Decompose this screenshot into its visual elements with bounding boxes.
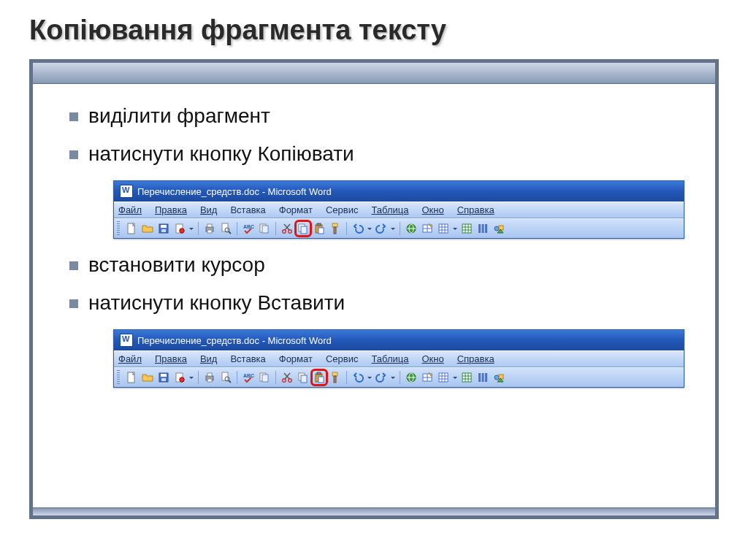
toolbar-separator [237, 222, 237, 235]
copy-icon[interactable] [296, 221, 310, 236]
save-icon[interactable] [156, 370, 171, 385]
menu-help[interactable]: Справка [457, 353, 495, 364]
dropdown-arrow-icon[interactable] [452, 370, 458, 385]
cut-icon[interactable] [280, 370, 294, 385]
svg-rect-85 [462, 373, 471, 382]
toolbar-separator [400, 222, 400, 235]
svg-point-93 [495, 375, 499, 380]
insert-table-icon[interactable] [436, 221, 451, 236]
bullet-2-text: натиснути кнопку Копіювати [88, 142, 354, 166]
bullet-marker-icon [69, 112, 78, 121]
menu-file[interactable]: Файл [118, 204, 142, 215]
dropdown-arrow-icon[interactable] [188, 370, 194, 385]
toolbar-separator [198, 222, 199, 235]
svg-text:ABC: ABC [243, 224, 254, 229]
menu-service[interactable]: Сервис [326, 353, 359, 364]
menu-format[interactable]: Формат [279, 353, 313, 364]
bullet-marker-icon [69, 261, 78, 270]
hyperlink-icon[interactable] [404, 370, 419, 385]
svg-point-53 [180, 377, 184, 382]
research-icon[interactable] [257, 370, 272, 385]
svg-rect-50 [161, 374, 167, 377]
dropdown-arrow-icon[interactable] [188, 221, 194, 236]
paste-icon[interactable] [312, 370, 327, 385]
redo-icon[interactable] [374, 221, 389, 236]
format-painter-icon[interactable] [328, 370, 343, 385]
frame-bottom-bar [33, 507, 715, 515]
menu-table[interactable]: Таблица [371, 204, 408, 215]
word-window-copy: Перечисление_средств.doc - Microsoft Wor… [113, 180, 684, 239]
spelling-icon[interactable]: ABC [241, 370, 256, 385]
svg-rect-55 [207, 373, 212, 376]
hyperlink-icon[interactable] [404, 221, 419, 236]
toolbar-separator [346, 371, 347, 384]
svg-line-11 [229, 231, 231, 234]
menu-service[interactable]: Сервис [326, 204, 359, 215]
cut-icon[interactable] [280, 221, 294, 236]
menu-insert[interactable]: Вставка [230, 353, 265, 364]
new-doc-icon[interactable] [124, 221, 139, 236]
new-doc-icon[interactable] [124, 370, 139, 385]
copy-icon[interactable] [296, 370, 310, 385]
dropdown-arrow-icon[interactable] [367, 221, 373, 236]
drawing-icon[interactable] [492, 221, 506, 236]
dropdown-arrow-icon[interactable] [367, 370, 373, 385]
svg-point-15 [283, 230, 286, 234]
svg-rect-94 [499, 375, 503, 379]
spelling-icon[interactable]: ABC [241, 221, 256, 236]
tables-borders-icon[interactable] [420, 370, 435, 385]
research-icon[interactable] [257, 221, 272, 236]
toolbar-separator [237, 371, 237, 384]
menu-view[interactable]: Вид [200, 204, 218, 215]
menu-window[interactable]: Окно [421, 353, 443, 364]
bullet-marker-icon [69, 150, 78, 159]
svg-rect-14 [262, 226, 268, 233]
svg-point-16 [289, 230, 292, 234]
menu-table[interactable]: Таблица [371, 353, 408, 364]
menu-edit[interactable]: Правка [155, 204, 187, 215]
excel-icon[interactable] [459, 370, 474, 385]
columns-icon[interactable] [476, 370, 490, 385]
drawing-icon[interactable] [492, 370, 506, 385]
menu-help[interactable]: Справка [457, 204, 495, 215]
save-icon[interactable] [156, 221, 171, 236]
svg-rect-46 [499, 226, 503, 230]
menu-window[interactable]: Окно [421, 204, 443, 215]
permission-icon[interactable] [172, 221, 187, 236]
excel-icon[interactable] [459, 221, 474, 236]
open-icon[interactable] [140, 370, 155, 385]
print-icon[interactable] [202, 370, 217, 385]
columns-icon[interactable] [476, 221, 490, 236]
menu-view[interactable]: Вид [200, 353, 218, 364]
svg-rect-73 [334, 376, 336, 383]
print-icon[interactable] [202, 221, 217, 236]
word-window-paste: Перечисление_средств.doc - Microsoft Wor… [113, 329, 684, 388]
bullet-2: натиснути кнопку Копіювати [69, 142, 686, 166]
dropdown-arrow-icon[interactable] [452, 221, 458, 236]
undo-icon[interactable] [351, 370, 365, 385]
tables-borders-icon[interactable] [420, 221, 435, 236]
svg-rect-68 [301, 375, 307, 383]
menu-format[interactable]: Формат [279, 204, 313, 215]
svg-rect-24 [332, 223, 337, 227]
print-preview-icon[interactable] [218, 370, 233, 385]
svg-rect-71 [318, 377, 324, 383]
open-icon[interactable] [140, 221, 155, 236]
svg-rect-92 [485, 373, 487, 382]
bullet-1: виділити фрагмент [69, 104, 686, 128]
format-painter-icon[interactable] [328, 221, 343, 236]
undo-icon[interactable] [351, 221, 365, 236]
frame-top-bar [33, 63, 715, 84]
redo-icon[interactable] [374, 370, 389, 385]
menu-edit[interactable]: Правка [155, 353, 187, 364]
menu-file[interactable]: Файл [118, 353, 142, 364]
svg-text:ABC: ABC [243, 373, 254, 378]
dropdown-arrow-icon[interactable] [390, 370, 396, 385]
permission-icon[interactable] [172, 370, 187, 385]
dropdown-arrow-icon[interactable] [390, 221, 396, 236]
word-menubar: Файл Правка Вид Вставка Формат Сервис Та… [114, 350, 684, 367]
insert-table-icon[interactable] [436, 370, 451, 385]
print-preview-icon[interactable] [218, 221, 233, 236]
paste-icon[interactable] [312, 221, 327, 236]
menu-insert[interactable]: Вставка [230, 204, 265, 215]
